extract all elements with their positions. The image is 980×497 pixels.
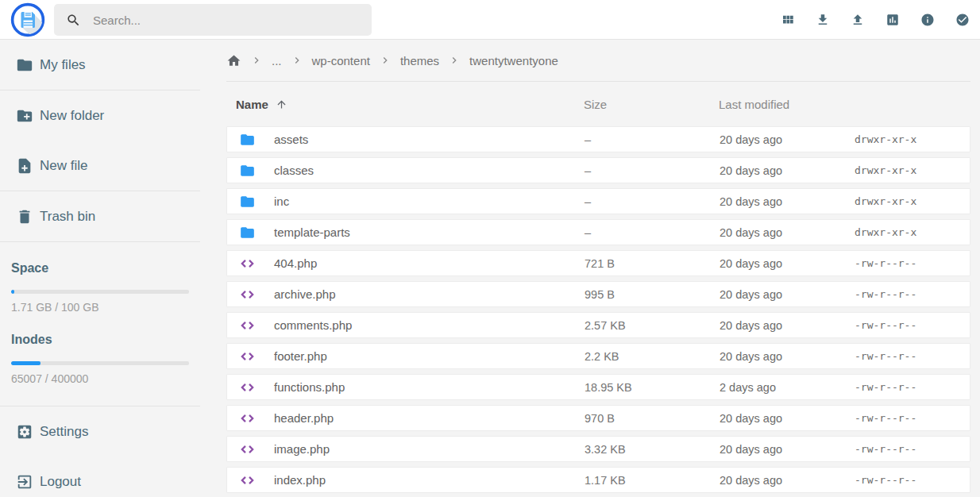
info-button[interactable] xyxy=(920,13,935,27)
file-permissions: drwxr-xr-x xyxy=(855,195,970,207)
chevron-right-icon xyxy=(448,54,461,67)
upload-icon xyxy=(851,13,865,27)
file-name[interactable]: archive.php xyxy=(274,287,336,301)
code-file-icon xyxy=(238,441,257,457)
table-row[interactable]: classes – 20 days ago drwxr-xr-x xyxy=(226,157,970,183)
breadcrumb-home[interactable] xyxy=(226,53,241,68)
column-header-modified[interactable]: Last modified xyxy=(719,98,970,111)
breadcrumb-segment-current[interactable]: twentytwentyone xyxy=(469,54,558,67)
sidebar: My files New folder New file Trash bin S… xyxy=(0,40,200,497)
table-row[interactable]: footer.php 2.2 KB 20 days ago -rw-r--r-- xyxy=(226,343,970,369)
file-name[interactable]: classes xyxy=(274,164,314,177)
check-circle-icon xyxy=(955,13,970,27)
folder-icon xyxy=(238,194,257,210)
file-permissions: -rw-r--r-- xyxy=(855,381,970,393)
sidebar-item-label: Trash bin xyxy=(40,209,95,225)
column-header-name[interactable]: Name xyxy=(226,98,584,111)
download-button[interactable] xyxy=(816,13,830,27)
sidebar-item-new-folder[interactable]: New folder xyxy=(0,91,200,141)
usage-chart-button[interactable] xyxy=(885,13,900,27)
main-content: ... wp-content themes twentytwentyone Na… xyxy=(200,40,980,497)
settings-icon xyxy=(16,423,33,441)
new-file-icon xyxy=(16,157,33,175)
table-row[interactable]: assets – 20 days ago drwxr-xr-x xyxy=(226,126,970,152)
file-modified: 20 days ago xyxy=(720,288,855,301)
file-size: 721 B xyxy=(585,257,720,270)
search-box[interactable] xyxy=(54,4,372,36)
sidebar-item-trash-bin[interactable]: Trash bin xyxy=(0,191,200,241)
breadcrumb-segment[interactable]: wp-content xyxy=(312,54,370,67)
grid-view-button[interactable] xyxy=(781,13,795,27)
file-permissions: drwxr-xr-x xyxy=(855,226,970,238)
topbar xyxy=(0,0,980,40)
file-manager-app: My files New folder New file Trash bin S… xyxy=(0,0,980,497)
table-row[interactable]: image.php 3.32 KB 20 days ago -rw-r--r-- xyxy=(226,436,970,462)
file-modified: 20 days ago xyxy=(720,350,855,363)
code-file-icon xyxy=(238,379,257,395)
file-name[interactable]: index.php xyxy=(274,473,326,487)
app-logo[interactable] xyxy=(10,2,45,37)
table-row[interactable]: template-parts – 20 days ago drwxr-xr-x xyxy=(226,219,970,245)
file-name[interactable]: header.php xyxy=(274,411,334,425)
table-row[interactable]: index.php 1.17 KB 20 days ago -rw-r--r-- xyxy=(226,467,970,493)
breadcrumb-segment[interactable]: ... xyxy=(272,54,282,67)
sidebar-item-new-file[interactable]: New file xyxy=(0,141,200,191)
file-size: – xyxy=(585,164,720,177)
file-name[interactable]: comments.php xyxy=(274,318,352,332)
file-size: 3.32 KB xyxy=(585,443,720,456)
file-modified: 2 days ago xyxy=(720,381,855,394)
table-row[interactable]: functions.php 18.95 KB 2 days ago -rw-r-… xyxy=(226,374,970,400)
column-header-size[interactable]: Size xyxy=(584,98,719,111)
file-name[interactable]: 404.php xyxy=(274,256,317,270)
file-name[interactable]: inc xyxy=(274,195,289,208)
home-icon xyxy=(226,53,241,68)
sidebar-item-logout[interactable]: Logout xyxy=(0,457,200,497)
table-row[interactable]: header.php 970 B 20 days ago -rw-r--r-- xyxy=(226,405,970,431)
usage-chart-icon xyxy=(885,13,900,27)
code-file-icon xyxy=(238,256,257,272)
folder-icon xyxy=(238,163,257,179)
upload-button[interactable] xyxy=(851,13,865,27)
sidebar-item-label: Settings xyxy=(40,424,88,440)
space-heading: Space xyxy=(11,261,189,275)
table-row[interactable]: inc – 20 days ago drwxr-xr-x xyxy=(226,188,970,214)
code-file-icon xyxy=(238,410,257,426)
info-icon xyxy=(920,13,935,27)
code-file-icon xyxy=(238,318,257,333)
file-size: – xyxy=(585,226,720,239)
file-name[interactable]: functions.php xyxy=(274,380,345,394)
space-progress-fill xyxy=(11,290,14,294)
download-icon xyxy=(816,13,830,27)
logout-icon xyxy=(16,473,33,491)
file-size: 18.95 KB xyxy=(585,381,720,394)
file-permissions: -rw-r--r-- xyxy=(855,474,970,486)
file-size: – xyxy=(585,133,720,146)
grid-view-icon xyxy=(781,13,795,27)
divider xyxy=(0,241,200,242)
file-name[interactable]: template-parts xyxy=(274,225,350,239)
search-input[interactable] xyxy=(91,13,357,28)
file-name[interactable]: image.php xyxy=(274,442,330,456)
file-modified: 20 days ago xyxy=(720,195,855,208)
new-folder-icon xyxy=(16,107,33,125)
table-row[interactable]: archive.php 995 B 20 days ago -rw-r--r-- xyxy=(226,281,970,307)
sidebar-item-settings[interactable]: Settings xyxy=(0,406,200,457)
chevron-right-icon xyxy=(291,54,303,67)
file-modified: 20 days ago xyxy=(720,226,855,239)
folder-icon xyxy=(16,56,33,74)
file-permissions: -rw-r--r-- xyxy=(855,412,970,424)
file-modified: 20 days ago xyxy=(720,443,855,456)
inodes-progress-bar xyxy=(11,361,189,365)
file-name[interactable]: footer.php xyxy=(274,349,327,363)
file-modified: 20 days ago xyxy=(720,474,855,487)
table-row[interactable]: 404.php 721 B 20 days ago -rw-r--r-- xyxy=(226,250,970,276)
breadcrumb-segment[interactable]: themes xyxy=(400,54,439,67)
file-size: 2.57 KB xyxy=(585,319,720,332)
sidebar-item-my-files[interactable]: My files xyxy=(0,40,200,90)
select-all-button[interactable] xyxy=(955,13,970,27)
file-permissions: -rw-r--r-- xyxy=(855,319,970,331)
file-size: 2.2 KB xyxy=(585,350,720,363)
space-value: 1.71 GB / 100 GB xyxy=(11,301,189,314)
file-name[interactable]: assets xyxy=(274,133,308,146)
table-row[interactable]: comments.php 2.57 KB 20 days ago -rw-r--… xyxy=(226,312,970,338)
